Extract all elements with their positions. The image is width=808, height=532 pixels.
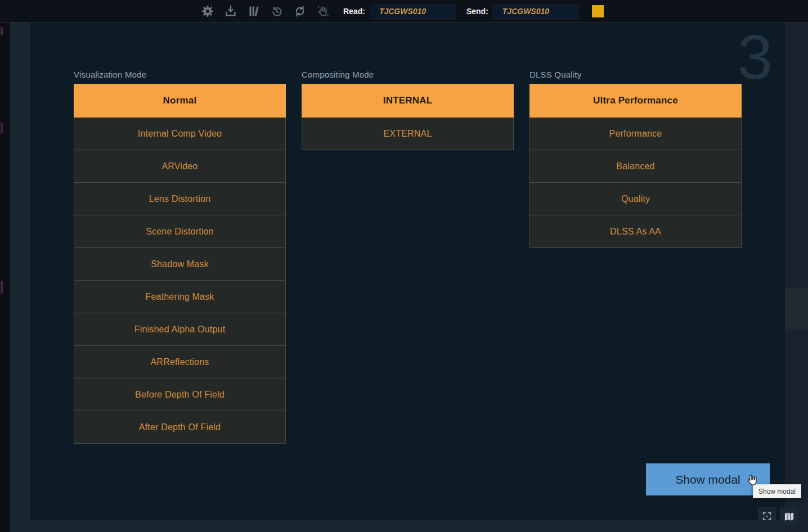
option-arreflections[interactable]: ARReflections (74, 345, 286, 378)
download-icon[interactable] (223, 4, 238, 19)
option-before-depth-of-field[interactable]: Before Depth Of Field (74, 378, 286, 411)
option-arvideo[interactable]: ARVideo (74, 150, 286, 183)
right-scroll-thumb[interactable] (785, 288, 808, 329)
refresh-icon[interactable] (293, 4, 307, 19)
option-ultra-performance[interactable]: Ultra Performance (529, 84, 742, 118)
show-modal-tooltip: Show modal (753, 484, 801, 498)
library-icon[interactable] (246, 4, 261, 19)
option-normal[interactable]: Normal (74, 84, 286, 118)
option-external[interactable]: EXTERNAL (302, 117, 514, 150)
option-balanced[interactable]: Balanced (529, 150, 742, 183)
option-lens-distortion[interactable]: Lens Distortion (74, 182, 286, 215)
left-edge-strip (0, 0, 10, 532)
column-title: DLSS Quality (529, 70, 742, 80)
option-shadow-mask[interactable]: Shadow Mask (74, 247, 286, 281)
option-finished-alpha-output[interactable]: Finished Alpha Output (74, 313, 286, 346)
map-icon[interactable] (780, 507, 798, 525)
settings-gear-icon[interactable] (200, 4, 215, 19)
gesture-hand-icon[interactable] (316, 4, 330, 19)
toolbar-icon-group (200, 0, 330, 22)
option-quality[interactable]: Quality (529, 182, 742, 215)
option-feathering-mask[interactable]: Feathering Mask (74, 280, 286, 313)
send-label: Send: (466, 7, 488, 16)
column-title: Compositing Mode (302, 70, 514, 80)
button-group: NormalInternal Comp VideoARVideoLens Dis… (74, 84, 286, 444)
fullscreen-icon[interactable] (758, 507, 776, 525)
read-input[interactable] (370, 4, 455, 19)
button-group: INTERNALEXTERNAL (302, 84, 514, 150)
option-after-depth-of-field[interactable]: After Depth Of Field (74, 411, 286, 444)
show-modal-button[interactable]: Show modal (646, 463, 770, 495)
column-dlss-quality: DLSS Quality Ultra PerformancePerformanc… (529, 70, 742, 248)
send-input[interactable] (493, 4, 578, 19)
option-scene-distortion[interactable]: Scene Distortion (74, 215, 286, 248)
column-compositing-mode: Compositing Mode INTERNALEXTERNAL (302, 70, 514, 150)
toolbar-fields: Read: Send: (343, 0, 578, 22)
history-icon[interactable] (270, 4, 284, 19)
column-title: Visualization Mode (74, 70, 286, 80)
status-indicator (592, 5, 604, 17)
option-dlss-as-aa[interactable]: DLSS As AA (529, 215, 742, 248)
read-label: Read: (343, 7, 365, 16)
button-group: Ultra PerformancePerformanceBalancedQual… (529, 84, 742, 248)
top-toolbar: Read: Send: (0, 0, 808, 22)
column-visualization-mode: Visualization Mode NormalInternal Comp V… (74, 70, 286, 444)
right-scroll-track (785, 22, 808, 532)
option-internal[interactable]: INTERNAL (302, 84, 514, 118)
app-window: 3 (0, 0, 808, 532)
option-performance[interactable]: Performance (529, 117, 742, 150)
option-internal-comp-video[interactable]: Internal Comp Video (74, 117, 286, 150)
